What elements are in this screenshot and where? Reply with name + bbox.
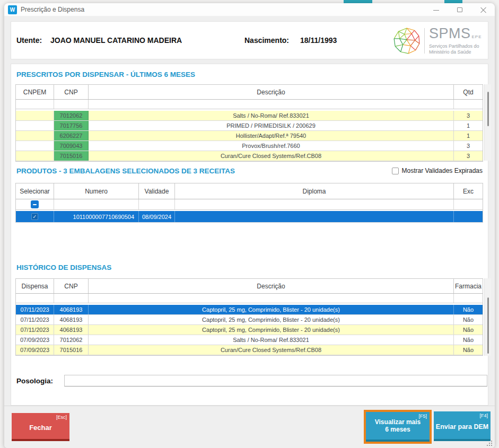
maximize-icon [457,7,462,12]
column-header-numero[interactable]: Numero [54,183,139,199]
visualizar-mais-button[interactable]: [F5] Visualizar mais 6 meses [366,412,430,442]
cell-cnp: 4068193 [54,315,89,324]
scrollbar-thumb[interactable] [487,92,489,126]
logo-subtitle: Serviços Partilhados do [429,43,482,49]
logo-suffix: EPE [472,34,482,39]
cell-descricao: Curan/Cure Closed Systems/Ref.CB08 [89,345,454,355]
visualizar-label-line1: Visualizar mais [366,418,430,426]
cell-selecionar[interactable]: ✓ [16,211,54,222]
mostrar-validades-checkbox[interactable]: Mostrar Validades Expiradas [392,167,483,174]
column-header-cnpem[interactable]: CNPEM [16,85,54,99]
cell-descricao: Curan/Cure Closed Systems/Ref.CB08 [89,151,454,161]
footer-bar: [Esc] Fechar [F5] Visualizar mais 6 mese… [4,406,495,448]
produtos-header-row: Selecionar Numero Validade Diploma Exc [16,183,483,199]
cell-cnp: 7015016 [54,151,89,161]
prescritos-header-row: CNPEM CNP Descrição Qtd [16,85,483,100]
column-header-descricao[interactable]: Descrição [89,85,454,99]
cell-dispensa: 07/11/2023 [16,315,54,324]
app-icon: W [8,5,17,14]
filter-cell[interactable] [16,294,54,303]
close-button[interactable] [471,3,495,16]
column-header-cnp[interactable]: CNP [54,85,89,99]
table-row[interactable]: 07/09/2023 7015016 Curan/Cure Closed Sys… [16,345,483,355]
table-row[interactable]: 7017756 PRIMED / PRIMEDISILK / 200629 1 [16,121,483,131]
spms-logo: SPMSEPE Serviços Partilhados do Ministér… [392,25,484,56]
filter-cell[interactable] [454,294,483,303]
historico-header-row: Dispensa CNP Descrição Farmacia [16,279,483,294]
cell-qtd: 1 [454,121,483,130]
cell-dispensa: 07/11/2023 [16,305,54,314]
cell-descricao: Captopril, 25 mg, Comprimido, Blister - … [89,305,454,314]
cell-cnp: 7012062 [54,335,89,345]
cell-cnp: 7015016 [54,345,89,355]
select-all-cell[interactable] [16,199,54,209]
cell-descricao: Captopril, 25 mg, Comprimido, Blister - … [89,315,454,324]
resize-grip[interactable] [487,441,492,446]
checkbox-icon[interactable] [392,168,399,174]
cell-cnpem [16,111,54,120]
column-header-cnp[interactable]: CNP [54,279,89,293]
close-icon [480,7,486,13]
historico-section-title: HISTÓRICO DE DISPENSAS [16,263,111,271]
column-header-dispensa[interactable]: Dispensa [16,279,54,293]
table-row[interactable]: 6206227 Hollister/Adapt/Ref.ª 79540 1 [16,131,483,141]
filter-cell[interactable] [54,199,139,209]
historico-filter-row [16,294,483,303]
filter-cell[interactable] [454,199,483,209]
filter-cell[interactable] [16,100,54,109]
titlebar[interactable]: W Prescrição e Dispensa [4,3,495,16]
enviar-dem-button[interactable]: [F4] Enviar para DEM [434,411,491,441]
cell-farmacia: Não [454,315,483,324]
nascimento-label: Nascimento: [244,36,289,45]
fechar-button[interactable]: [Esc] Fechar [12,413,69,441]
filter-cell[interactable] [175,199,454,209]
cell-validade: 08/09/2024 [139,211,175,222]
column-header-diploma[interactable]: Diploma [175,183,454,199]
cell-farmacia: Não [454,325,483,335]
column-header-farmacia[interactable]: Farmacia [454,279,483,293]
cell-cnpem [16,151,54,161]
table-row[interactable]: 7009043 Provox/Brush/ref.7660 3 [16,141,483,151]
cell-descricao: Salts / No-Roma/ Ref.833021 [89,111,454,120]
table-row[interactable]: 7012062 Salts / No-Roma/ Ref.833021 3 [16,111,483,121]
filter-cell[interactable] [454,100,483,109]
vertical-scrollbar[interactable] [484,278,491,356]
table-row[interactable]: 07/09/2023 7012062 Salts / No-Roma/ Ref.… [16,335,483,345]
column-header-descricao[interactable]: Descrição [89,279,454,293]
posologia-input[interactable] [64,375,487,386]
selected-product-row[interactable]: ✓ 1011000007710690504 08/09/2024 [16,211,483,223]
cell-descricao: PRIMED / PRIMEDISILK / 200629 [89,121,454,130]
filter-cell[interactable] [89,100,454,109]
enviar-label: Enviar para DEM [434,423,491,431]
cell-farmacia: Não [454,345,483,355]
cell-cnpem [16,131,54,140]
mostrar-validades-label: Mostrar Validades Expiradas [401,167,483,174]
cell-descricao: Salts / No-Roma/ Ref.833021 [89,335,454,345]
maximize-button[interactable] [448,3,471,16]
prescritos-section-title: PRESCRITOS POR DISPENSAR - ÚLTIMOS 6 MES… [16,71,195,78]
cell-descricao: Captopril, 25 mg, Comprimido, Blister - … [89,325,454,335]
column-header-selecionar[interactable]: Selecionar [16,183,54,199]
fechar-label: Fechar [12,423,69,431]
table-row[interactable]: 07/11/2023 4068193 Captopril, 25 mg, Com… [16,315,483,325]
filter-cell[interactable] [89,294,454,303]
column-header-validade[interactable]: Validade [139,183,175,199]
table-row[interactable]: 07/11/2023 4068193 Captopril, 25 mg, Com… [16,325,483,335]
filter-cell[interactable] [54,100,89,109]
column-header-exc[interactable]: Exc [454,183,483,199]
scrollbar-thumb[interactable] [487,297,489,354]
table-row[interactable]: 7015016 Curan/Cure Closed Systems/Ref.CB… [16,151,483,161]
cell-cnp: 4068193 [54,325,89,335]
cell-cnp: 4068193 [54,305,89,314]
row-checkbox-checked[interactable]: ✓ [31,213,38,220]
filter-cell[interactable] [139,199,175,209]
vertical-scrollbar[interactable] [484,84,491,161]
column-header-qtd[interactable]: Qtd [454,85,483,99]
produtos-table: Selecionar Numero Validade Diploma Exc ✓… [15,183,483,223]
cell-dispensa: 07/09/2023 [16,335,54,345]
table-row[interactable]: 07/11/2023 4068193 Captopril, 25 mg, Com… [16,305,483,315]
minimize-button[interactable] [425,3,448,16]
logo-subtitle: Ministério da Saúde [429,49,482,55]
filter-cell[interactable] [54,294,89,303]
select-all-checkbox-indeterminate[interactable] [31,200,39,208]
